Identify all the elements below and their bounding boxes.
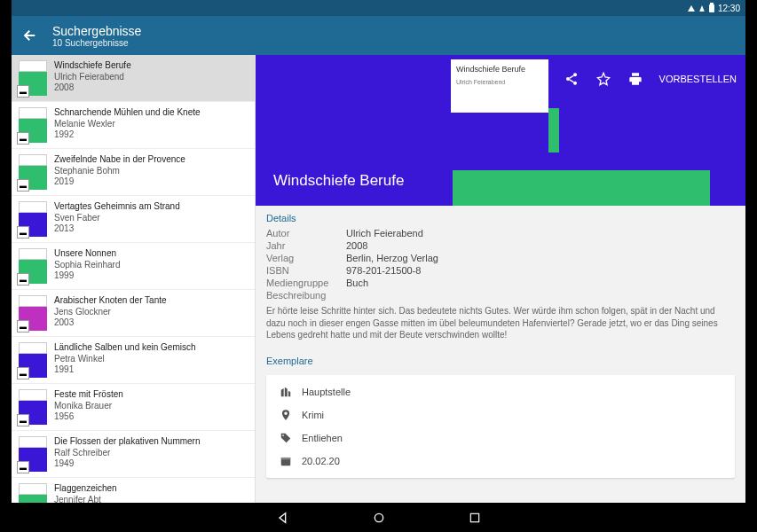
wifi-icon	[688, 5, 695, 12]
media-badge-icon: ▬	[17, 414, 29, 426]
list-item-author: Stephanie Bohm	[54, 166, 185, 177]
detail-value: Ulrich Feierabend	[346, 228, 423, 239]
print-icon[interactable]	[627, 71, 643, 87]
list-item[interactable]: ▬ Schnarchende Mühlen und die Knete Mela…	[12, 102, 255, 149]
svg-rect-5	[281, 457, 291, 458]
book-thumb: ▬	[19, 436, 47, 472]
reserve-button[interactable]: VORBESTELLEN	[659, 74, 737, 84]
list-item-title: Vertagtes Geheimnis am Strand	[54, 201, 180, 213]
copies-card: HauptstelleKrimiEntliehen20.02.20	[266, 375, 735, 478]
nav-home-icon[interactable]	[371, 510, 387, 526]
list-item[interactable]: ▬ Ländliche Salben und kein Gemisch Petr…	[12, 337, 255, 384]
page-subtitle: 10 Suchergebnisse	[52, 38, 141, 48]
media-badge-icon: ▬	[17, 179, 29, 192]
list-item[interactable]: ▬ Windschiefe Berufe Ulrich Feierabend 2…	[12, 55, 255, 102]
book-thumb: ▬	[19, 107, 47, 143]
media-badge-icon: ▬	[17, 273, 29, 286]
detail-key: Jahr	[266, 240, 346, 251]
list-item[interactable]: ▬ Feste mit Frösten Monika Brauer 1956	[12, 384, 255, 431]
share-icon[interactable]	[564, 71, 580, 87]
pin-icon	[279, 408, 293, 422]
copy-row: Krimi	[266, 403, 735, 426]
svg-rect-7	[470, 513, 478, 521]
detail-key: Mediengruppe	[266, 278, 346, 288]
detail-pane: Windschiefe Berufe Ulrich Feierabend VOR…	[256, 55, 745, 532]
status-bar: 12:30	[12, 0, 745, 16]
copies-header: Exemplare	[256, 348, 745, 370]
copy-row: 20.02.20	[266, 450, 735, 473]
media-badge-icon: ▬	[17, 132, 29, 145]
list-item[interactable]: ▬ Die Flossen der plakativen Nummern Ral…	[12, 431, 255, 478]
svg-point-3	[282, 434, 284, 436]
app-bar: Suchergebnisse 10 Suchergebnisse	[12, 16, 745, 55]
book-thumb: ▬	[19, 295, 47, 331]
list-item-year: 2019	[54, 176, 185, 188]
detail-value: Buch	[346, 278, 368, 288]
media-badge-icon: ▬	[17, 85, 29, 98]
results-list[interactable]: ▬ Windschiefe Berufe Ulrich Feierabend 2…	[12, 55, 256, 532]
list-item-author: Jens Glockner	[54, 307, 167, 318]
star-icon[interactable]	[595, 71, 611, 87]
list-item-title: Flaggenzeichen	[54, 483, 117, 495]
copy-text: 20.02.20	[302, 456, 340, 466]
list-item-year: 1992	[54, 129, 201, 141]
svg-point-1	[566, 77, 570, 81]
list-item-author: Ralf Schreiber	[54, 448, 201, 459]
detail-value: 978-201-21500-8	[346, 265, 421, 276]
list-item-author: Sophia Reinhard	[54, 260, 121, 271]
list-item-title: Schnarchende Mühlen und die Knete	[54, 107, 201, 119]
list-item-title: Windschiefe Berufe	[54, 60, 131, 72]
detail-value: 2008	[346, 240, 367, 251]
list-item[interactable]: ▬ Arabischer Knoten der Tante Jens Glock…	[12, 290, 255, 337]
list-item-year: 1991	[54, 364, 196, 376]
list-item[interactable]: ▬ Vertagtes Geheimnis am Strand Sven Fab…	[12, 196, 255, 243]
list-item-author: Petra Winkel	[54, 354, 196, 365]
list-item-author: Monika Brauer	[54, 401, 123, 412]
signal-icon	[699, 5, 705, 12]
list-item[interactable]: ▬ Unsere Nonnen Sophia Reinhard 1999	[12, 243, 255, 290]
list-item[interactable]: ▬ Zweifelnde Nabe in der Provence Stepha…	[12, 149, 255, 196]
book-thumb: ▬	[19, 248, 47, 284]
list-item-year: 1999	[54, 270, 121, 282]
book-thumb: ▬	[19, 342, 47, 378]
book-thumb: ▬	[19, 201, 47, 237]
detail-key: Autor	[266, 228, 346, 239]
copy-text: Entliehen	[302, 433, 343, 443]
page-title: Suchergebnisse	[52, 24, 141, 38]
calendar-icon	[279, 454, 293, 468]
book-thumb: ▬	[19, 389, 47, 425]
svg-point-0	[573, 73, 577, 76]
list-item-year: 2003	[54, 317, 167, 329]
book-thumb: ▬	[19, 60, 47, 96]
android-nav-bar	[0, 503, 757, 532]
svg-point-6	[375, 513, 382, 521]
media-badge-icon: ▬	[17, 461, 29, 473]
details-header: Details	[256, 206, 745, 227]
copy-text: Hauptstelle	[302, 387, 351, 397]
building-icon	[279, 385, 293, 399]
list-item-year: 2013	[54, 223, 180, 235]
list-item-author: Melanie Wexler	[54, 119, 201, 130]
copy-text: Krimi	[302, 410, 324, 420]
list-item-title: Arabischer Knoten der Tante	[54, 295, 167, 307]
list-item-title: Die Flossen der plakativen Nummern	[54, 436, 201, 448]
media-badge-icon: ▬	[17, 367, 29, 379]
nav-recent-icon[interactable]	[467, 510, 483, 526]
list-item-title: Zweifelnde Nabe in der Provence	[54, 154, 185, 166]
battery-icon	[709, 4, 714, 12]
detail-key: ISBN	[266, 265, 346, 276]
back-button[interactable]	[20, 26, 40, 45]
list-item-year: 2008	[54, 82, 131, 94]
status-time: 12:30	[718, 4, 740, 13]
media-badge-icon: ▬	[17, 226, 29, 239]
list-item-year: 1949	[54, 458, 201, 470]
list-item-title: Unsere Nonnen	[54, 248, 121, 260]
detail-value: Berlin, Herzog Verlag	[346, 253, 438, 263]
book-thumb: ▬	[19, 154, 47, 190]
nav-back-icon[interactable]	[275, 510, 291, 526]
list-item-author: Ulrich Feierabend	[54, 72, 131, 83]
copy-row: Entliehen	[266, 426, 735, 450]
svg-point-2	[573, 82, 577, 85]
hero: Windschiefe Berufe Ulrich Feierabend VOR…	[256, 55, 745, 206]
list-item-year: 1956	[54, 411, 123, 423]
